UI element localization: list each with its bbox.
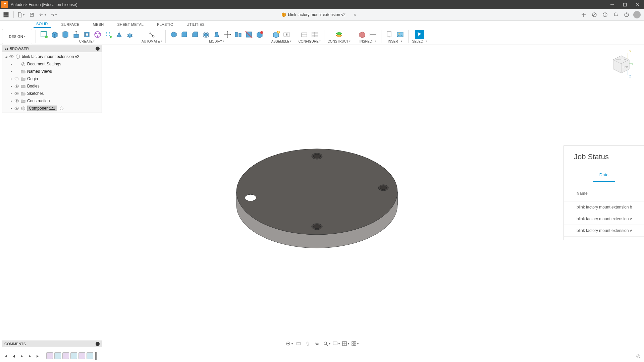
close-tab-icon[interactable]: ×	[354, 12, 356, 17]
timeline-settings-button[interactable]	[635, 353, 641, 359]
save-button[interactable]	[27, 10, 37, 19]
maximize-button[interactable]	[619, 0, 631, 9]
tree-item-construction[interactable]: ▸Construction	[2, 97, 102, 105]
tree-item-document-settings[interactable]: ▸Document Settings	[2, 60, 102, 68]
timeline-feature[interactable]	[54, 352, 61, 359]
timeline-next-button[interactable]	[27, 353, 33, 359]
display-settings-button[interactable]	[332, 340, 340, 347]
timeline-feature[interactable]	[70, 352, 77, 359]
browser-header[interactable]: ◂◂ BROWSER	[2, 45, 102, 52]
cylinder-icon[interactable]	[61, 30, 70, 39]
physical-material-icon[interactable]	[255, 30, 264, 39]
extrude-icon[interactable]	[71, 30, 81, 39]
new-component-icon[interactable]	[271, 30, 281, 39]
tab-sheet-metal[interactable]: SHEET METAL	[115, 21, 147, 28]
job-row[interactable]: blink factory mount extension v	[564, 213, 644, 225]
select-tool-icon[interactable]	[415, 30, 424, 39]
timeline-feature[interactable]	[62, 352, 69, 359]
press-pull-icon[interactable]	[169, 30, 178, 39]
tab-mesh[interactable]: MESH	[90, 21, 107, 28]
timeline-marker[interactable]	[95, 352, 97, 360]
undo-button[interactable]	[38, 10, 47, 19]
box-icon[interactable]	[50, 30, 59, 39]
zoom-button[interactable]	[314, 340, 321, 347]
emboss-icon[interactable]	[93, 30, 102, 39]
collapse-browser-icon[interactable]: ◂◂	[4, 47, 8, 51]
pan-button[interactable]	[304, 340, 312, 347]
chamfer-icon[interactable]	[191, 30, 200, 39]
tab-utilities[interactable]: UTILITIES	[184, 21, 207, 28]
fillet-icon[interactable]	[180, 30, 189, 39]
move-icon[interactable]	[223, 30, 232, 39]
sketch-icon[interactable]	[39, 30, 49, 39]
svg-point-77	[15, 77, 19, 80]
svg-point-87	[287, 343, 289, 344]
view-cube[interactable]: X Y Z BOTTOM LEFT	[607, 49, 634, 79]
thicken-icon[interactable]	[125, 30, 135, 39]
extensions-icon[interactable]	[590, 11, 598, 19]
joint-icon[interactable]	[282, 30, 291, 39]
tab-solid[interactable]: SOLID	[34, 20, 51, 28]
tree-item-component[interactable]: ▸Component1:1	[2, 105, 102, 112]
minimize-button[interactable]	[606, 0, 619, 9]
job-status-tab-data[interactable]: Data	[593, 168, 615, 182]
app-grid-button[interactable]	[1, 10, 11, 19]
workspace-switcher[interactable]: DESIGN▾	[2, 29, 32, 44]
timeline-play-button[interactable]	[19, 353, 25, 359]
help-icon[interactable]	[623, 11, 631, 19]
document-tab[interactable]: blink factory mount extension v2 ×	[277, 9, 361, 21]
revolve-icon[interactable]	[82, 30, 92, 39]
delete-icon[interactable]	[244, 30, 254, 39]
insert-decal-icon[interactable]	[395, 30, 405, 39]
tree-item-bodies[interactable]: ▸Bodies	[2, 82, 102, 90]
job-row[interactable]: blink factory mount extension b	[564, 201, 644, 213]
construct-icon[interactable]	[334, 30, 344, 39]
configure-table-icon[interactable]	[310, 30, 320, 39]
notifications-icon[interactable]	[612, 11, 620, 19]
automate-icon[interactable]	[147, 30, 156, 39]
tree-item-named-views[interactable]: ▸Named Views	[2, 68, 102, 75]
inspect-icon[interactable]	[358, 30, 367, 39]
svg-point-33	[109, 35, 110, 36]
timeline-start-button[interactable]	[3, 353, 9, 359]
browser-options-icon[interactable]	[96, 47, 100, 51]
mirror-icon[interactable]	[114, 30, 124, 39]
folder-icon	[20, 99, 26, 103]
measure-icon[interactable]	[368, 30, 378, 39]
shell-icon[interactable]	[201, 30, 211, 39]
close-button[interactable]	[631, 0, 644, 9]
fit-button[interactable]	[323, 340, 330, 347]
clock-icon[interactable]	[601, 11, 609, 19]
draft-icon[interactable]	[212, 30, 221, 39]
tab-surface[interactable]: SURFACE	[59, 21, 82, 28]
activate-component-radio[interactable]	[60, 107, 63, 110]
timeline-feature[interactable]	[78, 352, 85, 359]
timeline-feature[interactable]	[87, 352, 93, 359]
tree-root[interactable]: ◢ blink factory mount extension v2	[2, 53, 102, 60]
configure-icon[interactable]	[300, 30, 309, 39]
new-tab-button[interactable]	[580, 11, 588, 19]
user-avatar[interactable]	[633, 11, 641, 18]
timeline-end-button[interactable]	[35, 353, 41, 359]
align-icon[interactable]	[233, 30, 243, 39]
timeline-feature[interactable]	[46, 352, 53, 359]
viewport-layout-button[interactable]	[351, 340, 359, 347]
svg-point-104	[638, 356, 639, 357]
svg-rect-101	[352, 344, 354, 346]
grid-settings-button[interactable]	[342, 340, 349, 347]
insert-derive-icon[interactable]	[385, 30, 394, 39]
look-at-button[interactable]	[295, 340, 302, 347]
comments-options-icon[interactable]	[96, 342, 100, 346]
timeline-prev-button[interactable]	[11, 353, 17, 359]
orbit-button[interactable]	[285, 340, 293, 347]
file-menu-button[interactable]	[16, 10, 26, 19]
svg-text:BOTTOM: BOTTOM	[616, 58, 626, 61]
hole-icon[interactable]	[104, 30, 113, 39]
tab-plastic[interactable]: PLASTIC	[154, 21, 176, 28]
svg-rect-8	[5, 14, 7, 15]
comments-bar[interactable]: COMMENTS	[2, 341, 102, 347]
tree-item-origin[interactable]: ▸Origin	[2, 75, 102, 82]
job-row[interactable]: blink factory mount extension v	[564, 225, 644, 237]
tree-item-sketches[interactable]: ▸Sketches	[2, 90, 102, 97]
redo-button[interactable]	[49, 10, 58, 19]
